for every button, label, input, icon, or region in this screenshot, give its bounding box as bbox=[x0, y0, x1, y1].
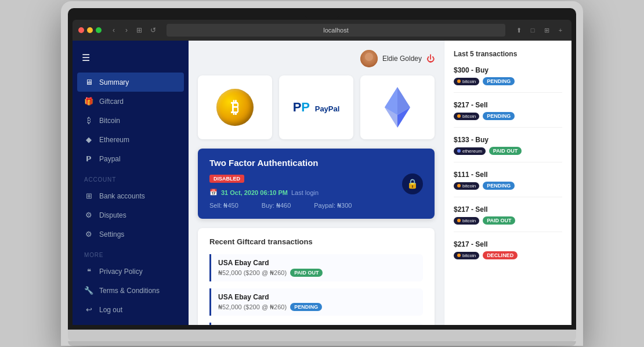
calendar-icon: 📅 bbox=[209, 189, 218, 196]
tx-status-badge: PAID OUT bbox=[489, 147, 522, 155]
transaction-item[interactable]: $217 - Sell bitcoin PAID OUT bbox=[454, 205, 562, 232]
sidebar-item-settings[interactable]: ⚙ Settings bbox=[73, 225, 189, 244]
tx-details: bitcoin PENDING bbox=[454, 77, 562, 85]
sidebar-label-bank: Bank accounts bbox=[99, 192, 145, 200]
traffic-light-yellow[interactable] bbox=[87, 27, 93, 33]
coin-badge: bitcoin bbox=[454, 113, 479, 120]
avatar bbox=[360, 50, 378, 67]
tfa-paypal-value: ₦300 bbox=[337, 202, 352, 209]
coin-icon bbox=[457, 149, 461, 153]
back-button[interactable]: ‹ bbox=[108, 25, 119, 35]
sidebar-item-bank-accounts[interactable]: ⊞ Bank accounts bbox=[73, 186, 189, 205]
tx-details: ethereum PAID OUT bbox=[454, 147, 562, 155]
account-section-label: ACCOUNT bbox=[73, 168, 189, 186]
transaction-item[interactable]: $217 - Sell bitcoin DECLINED bbox=[454, 240, 562, 266]
tfa-login-label: Last login bbox=[291, 189, 319, 196]
laptop-bottom bbox=[68, 341, 576, 346]
bookmark-button[interactable]: □ bbox=[527, 25, 538, 35]
sidebar-item-giftcard[interactable]: 🎁 Giftcard bbox=[73, 92, 189, 111]
giftcard-list-item[interactable]: USA Ebay Card ₦52,000 ($200 @ ₦260) PEND… bbox=[209, 323, 423, 325]
giftcard-list-item[interactable]: USA Ebay Card ₦52,000 ($200 @ ₦260) PEND… bbox=[209, 288, 423, 316]
tfa-card: Two Factor Authentication DISABLED 🔒 📅 3… bbox=[198, 149, 435, 219]
logout-power-button[interactable]: ⏻ bbox=[426, 54, 435, 63]
sidebar-label-logout: Log out bbox=[99, 306, 122, 314]
sidebar-item-summary[interactable]: 🖥 Summary bbox=[77, 73, 184, 92]
giftcard-icon: 🎁 bbox=[84, 97, 93, 106]
tx-status-badge: PENDING bbox=[483, 112, 515, 120]
transaction-item[interactable]: $217 - Sell bitcoin PENDING bbox=[454, 101, 562, 128]
sidebar-toggle-button[interactable]: ⊞ bbox=[134, 25, 144, 35]
tx-details: bitcoin PAID OUT bbox=[454, 216, 562, 225]
more-button[interactable]: ⊞ bbox=[541, 25, 552, 35]
bitcoin-card[interactable]: ₿ bbox=[198, 75, 272, 139]
user-name: Eldie Goldey bbox=[382, 55, 422, 63]
sidebar-label-disputes: Disputes bbox=[99, 211, 126, 219]
recent-title: Recent Giftcard transactions bbox=[209, 237, 423, 246]
share-button[interactable]: ⬆ bbox=[513, 25, 524, 35]
coin-icon bbox=[457, 79, 461, 83]
coin-icon bbox=[457, 114, 461, 118]
zoom-button[interactable]: + bbox=[555, 25, 566, 35]
address-bar[interactable]: localhost bbox=[167, 24, 505, 37]
coin-badge: bitcoin bbox=[454, 182, 479, 190]
main-content: Eldie Goldey ⏻ ₿ PP PayPal bbox=[189, 41, 444, 325]
sidebar-label-terms: Terms & Conditions bbox=[99, 287, 160, 295]
bitcoin-logo: ₿ bbox=[216, 89, 254, 126]
tx-amount: $300 - Buy bbox=[454, 66, 562, 74]
sidebar-item-disputes[interactable]: ⚙ Disputes bbox=[73, 205, 189, 225]
sidebar-label-settings: Settings bbox=[99, 230, 124, 238]
sidebar-item-paypal[interactable]: 𝗣 Paypal bbox=[73, 149, 189, 168]
paypal-logo: PP PayPal bbox=[293, 100, 340, 115]
transaction-item[interactable]: $111 - Sell bitcoin PENDING bbox=[454, 171, 562, 197]
gc-status-badge: PAID OUT bbox=[290, 269, 323, 277]
coin-badge: bitcoin bbox=[454, 78, 479, 85]
giftcard-list-item[interactable]: USA Ebay Card ₦52,000 ($200 @ ₦260) PAID… bbox=[209, 254, 423, 281]
sidebar-item-terms[interactable]: 🔧 Terms & Conditions bbox=[73, 281, 189, 300]
tfa-paypal-label: Paypal: bbox=[314, 202, 335, 209]
tx-status-badge: PENDING bbox=[483, 182, 515, 190]
tx-status-badge: PAID OUT bbox=[483, 216, 515, 225]
tfa-login-time: 31 Oct, 2020 06:10 PM bbox=[221, 189, 288, 196]
traffic-light-green[interactable] bbox=[96, 27, 102, 33]
tfa-buy-rate: Buy: ₦460 bbox=[262, 202, 291, 209]
reload-button[interactable]: ↺ bbox=[148, 25, 158, 35]
coin-icon bbox=[457, 184, 461, 187]
logout-icon: ↩ bbox=[84, 305, 93, 314]
sidebar-item-bitcoin[interactable]: ₿ Bitcoin bbox=[73, 111, 189, 130]
hamburger-menu[interactable]: ☰ bbox=[73, 50, 189, 73]
tfa-lock-icon: 🔒 bbox=[402, 173, 423, 194]
gc-amount: ₦52,000 ($200 @ ₦260) PAID OUT bbox=[218, 269, 416, 277]
coin-icon bbox=[457, 254, 461, 257]
tfa-rates: Sell: ₦450 Buy: ₦460 Paypal: ₦300 bbox=[209, 202, 423, 209]
url-text: localhost bbox=[323, 27, 348, 34]
tx-status-badge: DECLINED bbox=[483, 251, 518, 259]
coin-label: bitcoin bbox=[462, 253, 476, 258]
transaction-item[interactable]: $300 - Buy bitcoin PENDING bbox=[454, 66, 562, 93]
summary-icon: 🖥 bbox=[84, 78, 93, 86]
settings-icon: ⚙ bbox=[84, 230, 93, 238]
bitcoin-nav-icon: ₿ bbox=[84, 116, 93, 125]
coin-badge: bitcoin bbox=[454, 252, 479, 259]
transaction-item[interactable]: $133 - Buy ethereum PAID OUT bbox=[454, 136, 562, 162]
coin-badge: bitcoin bbox=[454, 217, 479, 225]
sidebar: ☰ 🖥 Summary 🎁 Giftcard ₿ Bitcoin ◆ Ether… bbox=[73, 41, 189, 325]
right-panel: Last 5 transactions $300 - Buy bitcoin P… bbox=[444, 41, 571, 325]
bank-icon: ⊞ bbox=[84, 191, 93, 200]
sidebar-item-privacy[interactable]: ❝ Privacy Policy bbox=[73, 262, 189, 281]
tfa-buy-value: ₦460 bbox=[276, 202, 291, 209]
tx-status-badge: PENDING bbox=[483, 77, 515, 85]
ethereum-logo bbox=[385, 87, 410, 128]
paypal-card[interactable]: PP PayPal bbox=[279, 75, 353, 139]
more-section-label: MORE bbox=[73, 244, 189, 262]
forward-button[interactable]: › bbox=[121, 25, 132, 35]
sidebar-item-ethereum[interactable]: ◆ Ethereum bbox=[73, 130, 189, 149]
traffic-light-red[interactable] bbox=[78, 27, 84, 33]
header-bar: Eldie Goldey ⏻ bbox=[198, 50, 435, 67]
tx-amount: $111 - Sell bbox=[454, 171, 562, 179]
coin-label: bitcoin bbox=[462, 79, 476, 84]
sidebar-item-logout[interactable]: ↩ Log out bbox=[73, 300, 189, 319]
ethereum-card[interactable] bbox=[360, 75, 435, 139]
tfa-login-info: 📅 31 Oct, 2020 06:10 PM Last login bbox=[209, 189, 423, 196]
gc-name: USA Ebay Card bbox=[218, 293, 416, 301]
recent-transactions-section: Recent Giftcard transactions USA Ebay Ca… bbox=[198, 228, 435, 325]
